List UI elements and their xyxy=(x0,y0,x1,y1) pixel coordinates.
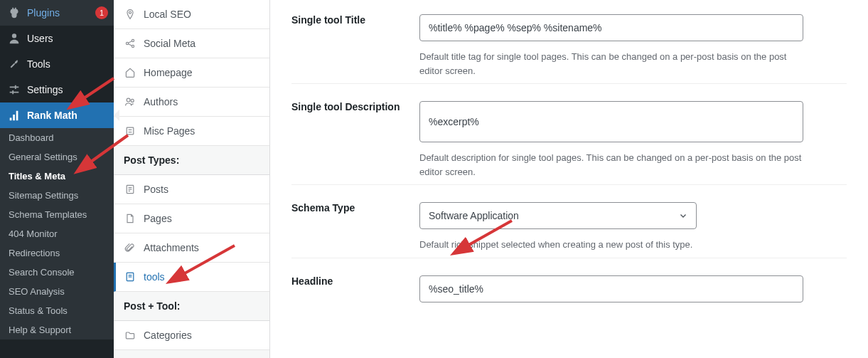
svg-point-8 xyxy=(131,99,134,102)
schema-type-helper: Default rich snippet selected when creat… xyxy=(419,238,803,252)
tab-categories[interactable]: Categories xyxy=(114,321,269,350)
pin-icon xyxy=(124,8,136,21)
user-icon xyxy=(7,31,21,46)
wp-admin-sidebar: Plugins 1 Users Tools Settings Rank Ma xyxy=(0,0,114,358)
svg-point-3 xyxy=(132,39,134,41)
field-label-description: Single tool Description xyxy=(291,101,419,179)
submenu-status[interactable]: Status & Tools xyxy=(0,301,114,320)
menu-plugins-label: Plugins xyxy=(27,7,92,19)
tab-tools[interactable]: tools xyxy=(114,263,269,292)
paperclip-icon xyxy=(124,241,136,254)
field-label-title: Single tool Title xyxy=(291,14,419,78)
rankmath-submenu: Dashboard General Settings Titles & Meta… xyxy=(0,128,114,339)
tab-authors[interactable]: Authors xyxy=(114,88,269,117)
single-tool-description-helper: Default description for single tool page… xyxy=(419,151,803,179)
menu-users[interactable]: Users xyxy=(0,26,114,51)
headline-input[interactable] xyxy=(419,275,803,302)
single-tool-title-input[interactable] xyxy=(419,14,803,41)
single-tool-description-input[interactable] xyxy=(419,101,803,142)
svg-rect-9 xyxy=(127,127,134,135)
tab-homepage[interactable]: Homepage xyxy=(114,58,269,88)
submenu-sitemap[interactable]: Sitemap Settings xyxy=(0,186,114,205)
users-icon xyxy=(124,95,136,108)
svg-point-4 xyxy=(132,45,134,47)
menu-plugins[interactable]: Plugins 1 xyxy=(0,0,114,26)
wrench-icon xyxy=(7,57,21,71)
tab-authors-label: Authors xyxy=(144,96,178,107)
stack-icon xyxy=(124,125,136,137)
settings-panel: Single tool Title Default title tag for … xyxy=(270,0,868,358)
svg-point-7 xyxy=(127,98,130,102)
folder-icon xyxy=(124,329,136,342)
submenu-schema[interactable]: Schema Templates xyxy=(0,205,114,224)
menu-tools-label: Tools xyxy=(27,58,108,70)
field-label-headline: Headline xyxy=(291,275,419,302)
tab-posts[interactable]: Posts xyxy=(114,175,269,204)
tab-social-meta[interactable]: Social Meta xyxy=(114,29,269,58)
plug-icon xyxy=(7,6,21,20)
plugins-badge: 1 xyxy=(95,6,108,19)
submenu-general[interactable]: General Settings xyxy=(0,147,114,167)
tab-section-post-types: Post Types: xyxy=(114,146,269,175)
tab-misc-label: Misc Pages xyxy=(144,125,195,137)
submenu-help[interactable]: Help & Support xyxy=(0,320,114,339)
page-icon xyxy=(124,212,136,225)
tab-pages-label: Pages xyxy=(144,213,172,224)
menu-settings-label: Settings xyxy=(27,84,108,95)
submenu-search-console[interactable]: Search Console xyxy=(0,263,114,282)
tab-attachments[interactable]: Attachments xyxy=(114,233,269,263)
tab-misc[interactable]: Misc Pages xyxy=(114,117,269,146)
tab-posts-label: Posts xyxy=(144,184,168,195)
submenu-dashboard[interactable]: Dashboard xyxy=(0,128,114,147)
single-tool-title-helper: Default title tag for single tool pages.… xyxy=(419,50,803,78)
menu-rankmath[interactable]: Rank Math xyxy=(0,102,114,128)
tab-section-post-tool: Post + Tool: xyxy=(114,292,269,321)
post-type-icon xyxy=(124,270,136,283)
submenu-redirections[interactable]: Redirections xyxy=(0,243,114,263)
tab-categories-label: Categories xyxy=(144,330,192,341)
menu-rankmath-label: Rank Math xyxy=(27,110,108,121)
tab-attachments-label: Attachments xyxy=(144,242,199,253)
tab-pages[interactable]: Pages xyxy=(114,204,269,233)
tab-homepage-label: Homepage xyxy=(144,67,193,78)
tab-local-seo-label: Local SEO xyxy=(144,9,191,20)
svg-point-0 xyxy=(12,33,16,38)
svg-point-2 xyxy=(126,42,128,44)
submenu-seo-analysis[interactable]: SEO Analysis xyxy=(0,282,114,301)
chart-icon xyxy=(7,108,21,122)
menu-users-label: Users xyxy=(27,33,108,44)
tab-social-meta-label: Social Meta xyxy=(144,38,195,49)
home-icon xyxy=(124,66,136,79)
schema-type-select[interactable]: Software Application xyxy=(419,202,697,229)
chevron-down-icon xyxy=(678,211,688,221)
submenu-titles[interactable]: Titles & Meta xyxy=(0,167,114,186)
post-icon xyxy=(124,183,136,196)
settings-tabs: Local SEO Social Meta Homepage Authors M… xyxy=(114,0,270,358)
svg-line-6 xyxy=(129,44,132,46)
menu-tools[interactable]: Tools xyxy=(0,51,114,77)
submenu-404[interactable]: 404 Monitor xyxy=(0,224,114,243)
svg-point-1 xyxy=(129,11,131,14)
share-icon xyxy=(124,37,136,50)
svg-line-5 xyxy=(129,41,132,43)
menu-settings[interactable]: Settings xyxy=(0,77,114,102)
field-label-schema: Schema Type xyxy=(291,202,419,252)
tab-local-seo[interactable]: Local SEO xyxy=(114,0,269,29)
sliders-icon xyxy=(7,83,21,97)
tab-tools-label: tools xyxy=(144,271,165,283)
